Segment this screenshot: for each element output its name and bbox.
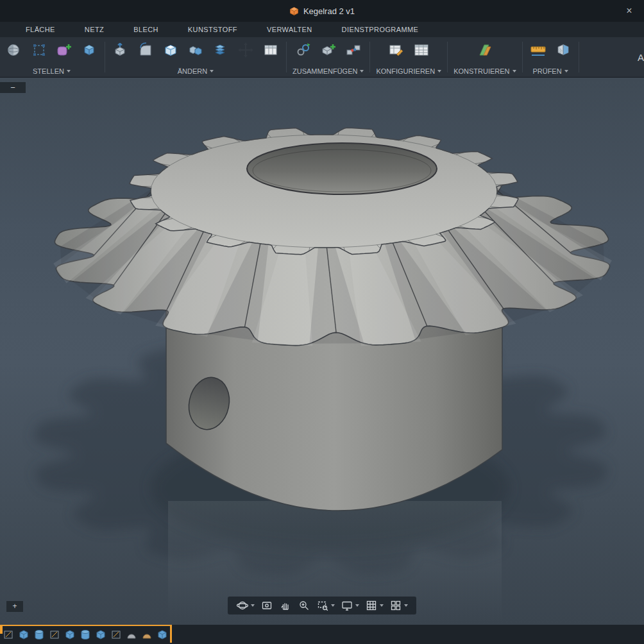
tab-dienstprogramme[interactable]: DIENSTPROGRAMME [342, 26, 419, 33]
shell-button[interactable] [161, 40, 180, 60]
revolve-icon [6, 42, 22, 58]
chevron-down-icon [360, 70, 364, 72]
close-button[interactable]: × [621, 0, 638, 22]
press-pull-icon [112, 42, 129, 58]
new-form-icon [56, 42, 72, 58]
timeline-position-marker[interactable] [170, 626, 172, 643]
zoom-window-button[interactable] [314, 598, 337, 613]
grid-icon [365, 599, 378, 612]
view-navigation-bar [228, 597, 416, 614]
viewports-button[interactable] [387, 598, 410, 613]
construction-plane-icon [477, 42, 493, 58]
combine-button[interactable] [186, 40, 205, 60]
display-settings-icon [341, 599, 353, 612]
construction-plane-button[interactable] [475, 40, 495, 60]
chevron-down-icon [331, 604, 335, 607]
box-selection-icon [31, 42, 47, 58]
box-selection-button[interactable] [30, 40, 49, 60]
press-pull-button[interactable] [111, 40, 130, 60]
orbit-icon [236, 599, 249, 612]
look-at-icon [260, 599, 273, 612]
chevron-down-icon [67, 70, 71, 72]
joint-link-button[interactable] [294, 40, 313, 60]
orbit-button[interactable] [234, 598, 257, 613]
toolbar-group-label-zusammenfuegen[interactable]: ZUSAMMENFÜGEN [292, 67, 364, 75]
move-copy-button[interactable] [236, 40, 255, 60]
pan-hand-icon [279, 599, 292, 612]
toolbar-group-konstruieren: KONSTRUIEREN [449, 37, 520, 77]
tab-kunststoff[interactable]: KUNSTSTOFF [188, 26, 237, 33]
pan-button[interactable] [277, 598, 294, 613]
configuration-button[interactable] [387, 40, 406, 60]
chevron-down-icon [210, 70, 214, 72]
pattern-button[interactable] [211, 40, 230, 60]
configuration-table-button[interactable] [412, 40, 431, 60]
toolbar-group-label-aendern[interactable]: ÄNDERN [178, 67, 214, 75]
chevron-down-icon [251, 604, 255, 607]
primitive-box-button[interactable] [80, 40, 99, 60]
toolbar-group-label-erstellen[interactable]: STELLEN [33, 67, 71, 75]
toolbar-separator [105, 42, 105, 72]
change-parameters-button[interactable] [261, 40, 280, 60]
timeline-feature-cylinder[interactable] [33, 628, 46, 642]
timeline-feature-cylinder[interactable] [79, 628, 92, 642]
toolbar-separator [286, 42, 287, 72]
fillet-icon [137, 42, 154, 58]
timeline-feature-fillet[interactable] [125, 628, 138, 642]
toolbar-separator [522, 42, 523, 72]
timeline-feature-solid[interactable] [17, 628, 30, 642]
toolbar-group-label-pruefen[interactable]: PRÜFEN [532, 67, 568, 75]
new-form-button[interactable] [55, 40, 74, 60]
joint-button[interactable] [344, 40, 363, 60]
tab-netz[interactable]: NETZ [85, 26, 104, 33]
timeline-feature-sketch[interactable] [48, 628, 61, 642]
zoom-button[interactable] [296, 598, 312, 613]
chevron-down-icon [404, 604, 408, 607]
timeline-feature-solid[interactable] [64, 628, 76, 642]
toolbar-group-konfigurieren: KONFIGURIEREN [371, 37, 446, 77]
grid-display-button[interactable] [363, 598, 386, 613]
viewport-canvas[interactable]: − + [0, 78, 644, 625]
section-analysis-button[interactable] [554, 40, 573, 60]
document-title-wrap: Kegelrad 2 v1 [289, 6, 355, 16]
toolbar-group-label-konstruieren[interactable]: KONSTRUIEREN [453, 67, 516, 75]
expand-panel-button[interactable]: + [6, 601, 23, 612]
bevel-gear-model[interactable] [0, 78, 644, 625]
move-icon [237, 42, 254, 58]
timeline-feature-sketch[interactable] [2, 628, 15, 642]
configuration-icon [388, 42, 405, 58]
joint-icon [345, 42, 362, 58]
display-settings-button[interactable] [339, 598, 361, 613]
timeline-feature-solid[interactable] [156, 628, 169, 642]
toolbar-group-aendern: ÄNDERN [106, 37, 285, 77]
tab-flaeche[interactable]: FLÄCHE [26, 26, 55, 33]
fillet-button[interactable] [136, 40, 155, 60]
measure-icon [530, 42, 547, 58]
document-title: Kegelrad 2 v1 [303, 6, 355, 16]
toolbar-separator [579, 42, 579, 72]
zoom-window-icon [316, 599, 329, 612]
chevron-down-icon [437, 70, 441, 72]
tab-verwalten[interactable]: VERWALTEN [267, 26, 312, 33]
timeline-feature-solid[interactable] [94, 628, 107, 642]
look-at-button[interactable] [258, 598, 275, 613]
toolbar-separator [369, 42, 370, 72]
combine-icon [187, 42, 204, 58]
link-icon [295, 42, 312, 58]
toolbar-group-zusammenfuegen: ZUSAMMENFÜGEN [288, 37, 368, 77]
tab-blech[interactable]: BLECH [133, 26, 158, 33]
timeline-feature-list [2, 628, 169, 642]
chevron-down-icon [513, 70, 516, 72]
shell-icon [162, 42, 179, 58]
browser-collapse-button[interactable]: − [0, 82, 26, 93]
ribbon-tabbar: FLÄCHE NETZ BLECH KUNSTSTOFF VERWALTEN D… [0, 22, 644, 37]
new-component-button[interactable] [319, 40, 338, 60]
timeline-feature-sketch[interactable] [110, 628, 123, 642]
chevron-down-icon [355, 604, 359, 607]
measure-button[interactable] [529, 40, 548, 60]
revolve-button[interactable] [4, 40, 24, 60]
timeline-feature-fillet[interactable] [140, 628, 153, 642]
new-component-icon [320, 42, 337, 58]
fusion-document-icon [289, 6, 299, 16]
toolbar-group-label-konfigurieren[interactable]: KONFIGURIEREN [376, 67, 441, 75]
